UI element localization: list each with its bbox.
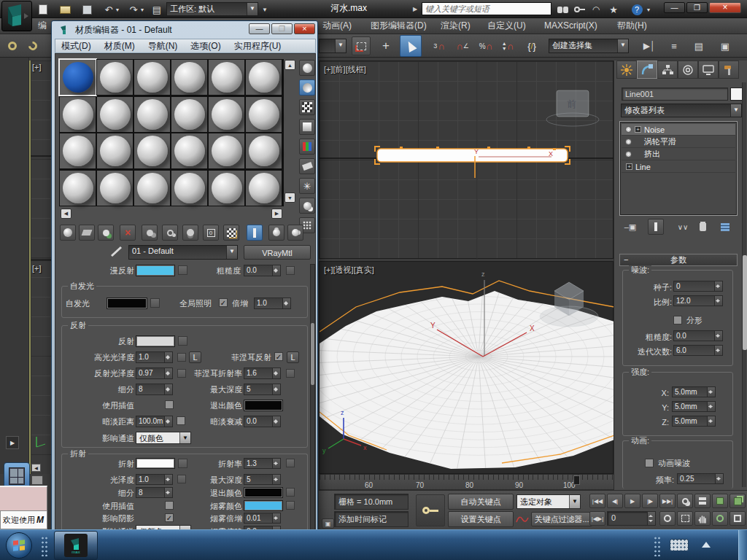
snap-toggle-3d[interactable]: 3∩ bbox=[429, 36, 449, 55]
play-button[interactable]: ▶ bbox=[624, 494, 640, 508]
zoom-extents-all-button[interactable] bbox=[729, 494, 746, 508]
menu-options[interactable]: 选项(O) bbox=[190, 40, 220, 52]
favorites-star-icon[interactable]: ★ bbox=[605, 2, 622, 17]
viewport-label-front[interactable]: [+][前][线框] bbox=[324, 64, 366, 75]
remove-modifier-button[interactable] bbox=[694, 219, 711, 234]
diffuse-color-swatch[interactable] bbox=[136, 265, 175, 276]
named-selection-set-dropdown[interactable]: 创建选择集▼ bbox=[549, 39, 629, 53]
menu-utilities[interactable]: 实用程序(U) bbox=[234, 40, 282, 52]
redo-dropdown[interactable]: ▼ bbox=[139, 2, 146, 17]
configure-modifier-sets-button[interactable] bbox=[716, 219, 734, 234]
help-dropdown[interactable]: ▼ bbox=[645, 2, 652, 17]
refr-subdivs-spinner[interactable]: 8 bbox=[136, 487, 173, 498]
slot-scroll-left-button[interactable]: ◀ bbox=[61, 209, 71, 219]
window-crossing-toggle[interactable] bbox=[352, 36, 371, 55]
menu-material[interactable]: 材质(M) bbox=[104, 40, 135, 52]
show-end-result-button[interactable] bbox=[247, 225, 263, 241]
window-minimize-button[interactable]: — bbox=[664, 2, 685, 13]
refr-max-depth-spinner[interactable]: 5 bbox=[244, 474, 281, 485]
taskbar-3dsmax-button[interactable]: max bbox=[54, 531, 98, 560]
viewport-perspective[interactable]: z Y X z x y [+][透视][真实] bbox=[319, 261, 614, 474]
material-sample-slot[interactable] bbox=[133, 170, 171, 206]
zoom-button[interactable] bbox=[677, 494, 693, 508]
strength-x-spinner[interactable]: 5.0mm bbox=[672, 386, 716, 397]
material-sample-slot[interactable] bbox=[245, 133, 282, 169]
use-interpolation-checkbox[interactable] bbox=[165, 400, 174, 409]
tab-hierarchy[interactable] bbox=[657, 61, 678, 79]
ior-spinner[interactable]: 1.3 bbox=[244, 458, 281, 469]
material-sample-slot[interactable] bbox=[133, 59, 171, 96]
fog-color-swatch[interactable] bbox=[244, 500, 283, 511]
menu-edit-partial[interactable]: 编 bbox=[38, 21, 47, 31]
max-depth-spinner[interactable]: 5 bbox=[244, 384, 281, 395]
communication-center-icon[interactable]: ◠ bbox=[588, 2, 604, 17]
frame-spinner[interactable] bbox=[648, 511, 656, 526]
modifier-enable-bulb-icon[interactable] bbox=[625, 126, 632, 133]
frequency-spinner[interactable]: 0.25 bbox=[677, 473, 724, 484]
subdivs-spinner[interactable]: 8 bbox=[136, 384, 173, 395]
tray-show-hidden-icons[interactable] bbox=[702, 542, 711, 548]
select-and-move-button[interactable]: + bbox=[376, 36, 395, 55]
dim-distance-checkbox[interactable] bbox=[177, 416, 185, 425]
refr-exit-color-map-button[interactable] bbox=[286, 488, 295, 497]
stack-item-noise[interactable]: +Noise bbox=[622, 124, 735, 136]
material-type-button[interactable]: VRayMtl bbox=[244, 245, 311, 260]
menu-animation[interactable]: 动画(A) bbox=[322, 21, 352, 31]
save-file-button[interactable] bbox=[77, 2, 96, 17]
show-end-result-button[interactable] bbox=[648, 219, 664, 235]
material-editor-titlebar[interactable]: 材质编辑器 - 01 - Default — ❐ × bbox=[52, 21, 317, 39]
material-sample-slot[interactable] bbox=[59, 170, 96, 206]
go-to-end-button[interactable]: ▶▶| bbox=[659, 494, 676, 508]
material-sample-slot[interactable] bbox=[208, 170, 245, 206]
add-time-tag-field[interactable]: 添加时间标记 bbox=[334, 511, 409, 527]
put-material-to-scene-button[interactable] bbox=[79, 225, 95, 241]
tab-motion[interactable] bbox=[678, 61, 698, 79]
material-sample-slot[interactable] bbox=[133, 133, 171, 169]
tray-keyboard-icon[interactable] bbox=[670, 539, 689, 551]
multiplier-spinner[interactable]: 1.0 bbox=[254, 298, 291, 309]
material-sample-slot[interactable] bbox=[59, 133, 96, 169]
backlight-button[interactable] bbox=[299, 79, 315, 96]
modifier-enable-bulb-icon[interactable] bbox=[625, 151, 632, 158]
seed-spinner[interactable]: 0 bbox=[673, 281, 723, 292]
new-scene-button[interactable] bbox=[34, 2, 53, 17]
viewport-divider[interactable] bbox=[31, 259, 53, 261]
expand-plus-icon[interactable]: + bbox=[626, 163, 632, 170]
background-button[interactable] bbox=[299, 99, 315, 115]
make-unique-button[interactable] bbox=[162, 225, 178, 241]
material-sample-slot[interactable] bbox=[208, 133, 245, 169]
timeline-ruler[interactable]: 60 70 80 90 100 bbox=[319, 474, 615, 490]
search-binoculars-icon[interactable] bbox=[554, 2, 570, 17]
fog-multiplier-spinner[interactable]: 0.01 bbox=[244, 513, 281, 524]
fresnel-lock-button[interactable]: L bbox=[287, 351, 299, 363]
strength-y-spinner[interactable]: 5.0mm bbox=[672, 401, 716, 412]
maximize-viewport-toggle[interactable] bbox=[729, 511, 746, 526]
slot-scroll-up-button[interactable]: ▲ bbox=[285, 60, 295, 70]
selection-filter-dropdown[interactable]: ▼ bbox=[319, 39, 347, 53]
make-preview-button[interactable] bbox=[299, 158, 315, 174]
selfillum-map-button[interactable] bbox=[150, 298, 160, 308]
layer-manager-button[interactable]: ▤ bbox=[689, 36, 709, 55]
auto-key-button[interactable]: 自动关键点 bbox=[448, 494, 514, 510]
material-editor-window[interactable]: 材质编辑器 - 01 - Default — ❐ × 模式(D) 材质(M) 导… bbox=[51, 20, 318, 534]
next-frame-button[interactable]: |▶ bbox=[642, 494, 658, 508]
put-to-library-button[interactable] bbox=[182, 225, 198, 241]
refr-gloss-spinner[interactable]: 1.0 bbox=[136, 474, 173, 485]
material-sample-slot[interactable] bbox=[171, 170, 208, 206]
tab-display[interactable] bbox=[698, 61, 719, 79]
hilight-gloss-map-button[interactable] bbox=[177, 353, 186, 362]
modifier-enable-bulb-icon[interactable] bbox=[625, 139, 632, 145]
menu-maxscript[interactable]: MAXScript(X) bbox=[544, 21, 597, 31]
project-folder-button[interactable]: ▤ bbox=[147, 2, 166, 17]
select-by-material-button[interactable] bbox=[299, 198, 315, 214]
spline-object-front[interactable] bbox=[377, 149, 568, 162]
viewport-label-perspective[interactable]: [+][透视][真实] bbox=[324, 265, 374, 276]
open-file-button[interactable] bbox=[55, 2, 74, 17]
material-sample-slot[interactable] bbox=[96, 59, 133, 96]
reflect-color-swatch[interactable] bbox=[136, 335, 175, 347]
pick-material-eyedropper[interactable] bbox=[109, 245, 125, 258]
reset-material-button[interactable]: × bbox=[120, 225, 136, 241]
undo-dropdown[interactable]: ▼ bbox=[114, 2, 121, 17]
gi-checkbox[interactable] bbox=[219, 298, 228, 307]
go-to-start-button[interactable]: |◀◀ bbox=[589, 494, 605, 508]
